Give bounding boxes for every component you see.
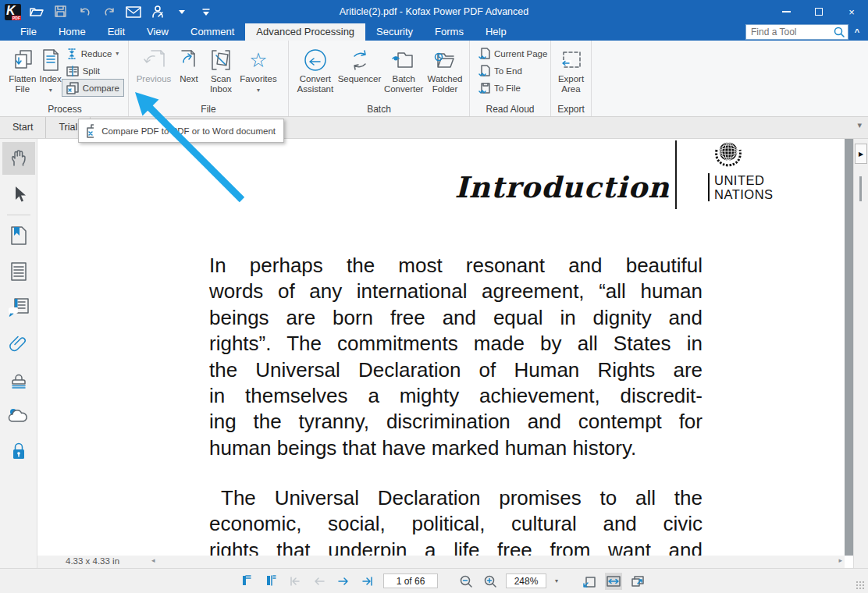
search-icon[interactable]: [831, 24, 847, 40]
tab-file[interactable]: File: [9, 23, 48, 41]
scroll-left-icon[interactable]: ◂: [151, 556, 155, 564]
tab-security[interactable]: Security: [365, 23, 424, 41]
single-page-view-icon: [240, 574, 253, 588]
close-button[interactable]: ×: [835, 0, 868, 23]
export-area-button[interactable]: Export Area: [556, 43, 586, 94]
sign-icon[interactable]: [149, 3, 166, 20]
page-number-field[interactable]: 1 of 66: [383, 573, 438, 588]
split-button[interactable]: Split: [62, 62, 123, 79]
reduce-button[interactable]: Reduce ▾: [62, 45, 123, 62]
next-page-icon: [337, 577, 350, 586]
sequencer-button[interactable]: Sequencer: [337, 43, 382, 84]
group-label-batch: Batch: [289, 104, 469, 115]
read-current-page-button[interactable]: Current Page: [475, 45, 551, 62]
comments-panel-button[interactable]: [2, 291, 35, 324]
scan-inbox-button[interactable]: Scan Inbox: [204, 43, 238, 94]
zoom-level-field[interactable]: 248%: [506, 573, 546, 588]
clouds-panel-button[interactable]: [2, 399, 35, 431]
stamps-panel-button[interactable]: [2, 363, 35, 396]
fit-width-button[interactable]: [605, 573, 622, 590]
attachments-panel-button[interactable]: [2, 327, 35, 360]
ribbon-tab-bar: File Home Edit View Comment Advanced Pro…: [0, 23, 868, 41]
actual-size-button[interactable]: [581, 573, 598, 590]
maximize-button[interactable]: [802, 0, 835, 23]
index-dropdown-icon[interactable]: ▾: [49, 85, 52, 95]
find-a-tool: ^: [745, 24, 865, 40]
continuous-view-icon: [265, 574, 277, 588]
minimize-button[interactable]: [770, 0, 802, 23]
select-tool-button[interactable]: [2, 178, 35, 211]
next-button[interactable]: Next: [174, 43, 204, 84]
doc-tab-start[interactable]: Start: [0, 117, 46, 138]
tab-help[interactable]: Help: [475, 23, 518, 41]
paragraph-1: In perhaps the most resonant and beautif…: [209, 253, 703, 461]
quick-access-toolbar: KPDF: [5, 3, 215, 20]
batch-converter-icon: [391, 47, 416, 73]
vertical-scrollbar[interactable]: [845, 139, 853, 556]
save-icon[interactable]: [52, 3, 69, 20]
tab-view[interactable]: View: [136, 23, 180, 41]
customize-toolbar-icon[interactable]: [197, 3, 215, 20]
document-page[interactable]: Introduction UNITED NATIONS In perhaps t…: [37, 139, 845, 556]
flatten-file-button[interactable]: Flatten File: [6, 43, 39, 94]
last-page-button[interactable]: [359, 573, 376, 590]
right-panel-resize-handle[interactable]: [859, 176, 862, 201]
tab-edit[interactable]: Edit: [97, 23, 136, 41]
read-to-end-button[interactable]: To End: [475, 62, 551, 79]
bookmarks-panel-button[interactable]: [2, 219, 35, 252]
watched-folder-button[interactable]: Watched Folder: [425, 43, 464, 94]
zoom-out-button[interactable]: [457, 573, 475, 590]
cloud-icon: [8, 406, 30, 424]
compare-tooltip-text: Compare PDF to PDF or to Word document: [101, 126, 276, 136]
scan-inbox-icon: [210, 47, 232, 73]
window-controls: ×: [770, 0, 868, 23]
read-to-file-button[interactable]: To File: [475, 80, 551, 96]
lock-icon: [9, 441, 29, 461]
index-icon: [41, 47, 60, 73]
previous-page-icon: [313, 577, 326, 586]
open-folder-icon[interactable]: [28, 3, 45, 20]
scroll-right-icon[interactable]: ▸: [838, 556, 842, 564]
bookmark-icon: [9, 225, 29, 246]
sidebar-divider: [7, 215, 30, 215]
convert-assistant-icon: PDF: [303, 47, 328, 73]
zoom-in-button[interactable]: [482, 573, 499, 590]
batch-converter-button[interactable]: Batch Converter: [382, 43, 425, 94]
sign-dropdown-icon[interactable]: [173, 3, 190, 20]
read-to-file-icon: [478, 82, 490, 94]
continuous-view-button[interactable]: [262, 573, 279, 590]
ribbon-group-export: Export Area Export: [551, 41, 592, 116]
fit-width-icon: [607, 576, 621, 587]
doc-tab-list-chevron-icon[interactable]: ▾: [857, 120, 862, 130]
security-panel-button[interactable]: [2, 435, 35, 467]
convert-assistant-button[interactable]: PDF Convert Assistant: [293, 43, 337, 94]
hand-tool-button[interactable]: [2, 142, 35, 175]
ribbon-group-read-aloud: Current Page To End To File Read Aloud: [470, 41, 551, 116]
reduce-dropdown-icon: ▾: [116, 50, 119, 57]
favorites-dropdown-icon[interactable]: ▾: [257, 85, 260, 95]
tab-advanced-processing[interactable]: Advanced Processing: [245, 23, 365, 41]
tab-home[interactable]: Home: [48, 23, 97, 41]
compare-tooltip-icon: [87, 124, 94, 138]
window-resize-grip[interactable]: [856, 581, 865, 590]
redo-icon[interactable]: [101, 3, 118, 20]
single-page-view-button[interactable]: [238, 573, 255, 590]
zoom-dropdown-icon[interactable]: ▾: [555, 577, 558, 584]
favorites-button[interactable]: ☆ Favorites ▾: [238, 43, 279, 95]
index-button[interactable]: Index ▾: [39, 43, 62, 95]
group-label-process: Process: [2, 104, 128, 115]
compare-icon: [66, 82, 79, 94]
email-icon[interactable]: [125, 3, 142, 20]
expand-right-panel-button[interactable]: ▶: [855, 144, 867, 164]
tab-forms[interactable]: Forms: [424, 23, 475, 41]
next-page-button[interactable]: [335, 573, 352, 590]
compare-button[interactable]: Compare: [62, 80, 123, 96]
first-page-button: [286, 573, 304, 590]
pages-panel-button[interactable]: [2, 255, 35, 288]
new-window-button[interactable]: [629, 573, 646, 590]
read-to-end-icon: [478, 65, 490, 77]
collapse-ribbon-button[interactable]: ^: [849, 24, 865, 40]
tab-comment[interactable]: Comment: [180, 23, 245, 41]
horizontal-scrollbar[interactable]: 4.33 x 4.33 in ◂ ▸: [37, 556, 845, 568]
undo-icon[interactable]: [76, 3, 94, 20]
